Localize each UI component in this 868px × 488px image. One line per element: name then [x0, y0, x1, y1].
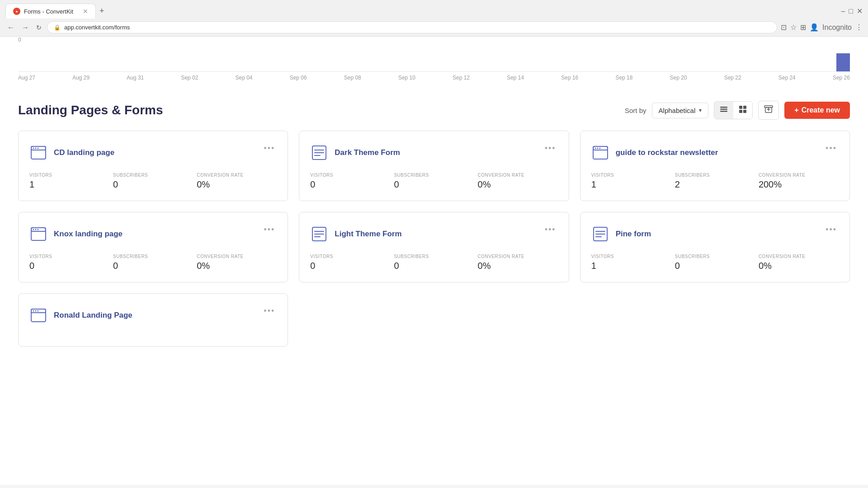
- svg-point-22: [599, 148, 600, 149]
- card-title-row: Pine form: [591, 225, 651, 243]
- form-icon: [310, 144, 328, 162]
- visitors-value: 0: [310, 261, 390, 271]
- visitors-label: VISITORS: [591, 254, 671, 259]
- card-menu-button[interactable]: •••: [824, 225, 839, 235]
- card-menu-button[interactable]: •••: [262, 306, 277, 316]
- page-content: 0 Aug 27 Aug 29 Aug 31 Sep 02 Sep 04 Sep…: [0, 37, 868, 485]
- card-stats: VISITORS 0 SUBSCRIBERS 0 CONVERSION RATE…: [310, 254, 557, 271]
- visitors-value: 0: [29, 261, 109, 271]
- visitors-label: VISITORS: [591, 173, 671, 178]
- svg-point-38: [33, 310, 34, 312]
- svg-rect-0: [720, 107, 727, 108]
- card-ronald-landing-page[interactable]: Ronald Landing Page •••: [18, 293, 288, 347]
- svg-rect-4: [743, 106, 746, 109]
- x-label-sep06: Sep 06: [290, 75, 307, 81]
- plus-icon: +: [794, 106, 798, 114]
- conversion-label: CONVERSION RATE: [478, 173, 558, 178]
- sort-dropdown[interactable]: Alphabetical ▾: [652, 103, 709, 118]
- more-options-icon[interactable]: ⋮: [855, 23, 863, 32]
- minimize-button[interactable]: –: [841, 7, 845, 15]
- card-stats: VISITORS 0 SUBSCRIBERS 0 CONVERSION RATE…: [310, 173, 557, 190]
- address-bar[interactable]: 🔒 app.convertkit.com/forms: [47, 21, 777, 33]
- incognito-label: Incognito: [822, 23, 852, 32]
- svg-point-26: [35, 229, 37, 230]
- subscribers-label: SUBSCRIBERS: [394, 254, 474, 259]
- svg-point-13: [38, 148, 39, 149]
- browser-chrome: ● Forms - ConvertKit ✕ + – □ ✕ ← → ↻ 🔒 a…: [0, 0, 868, 37]
- conversion-label: CONVERSION RATE: [759, 173, 839, 178]
- card-stats: VISITORS 1 SUBSCRIBERS 2 CONVERSION RATE…: [591, 173, 839, 190]
- landing-page-icon: [29, 225, 47, 243]
- archive-button[interactable]: [758, 101, 779, 120]
- tab-close-button[interactable]: ✕: [83, 8, 88, 15]
- card-pine-form[interactable]: Pine form ••• VISITORS 1 SUBSCRIBERS 0 C…: [580, 212, 850, 282]
- view-toggle: [714, 101, 753, 119]
- conversion-value: 0%: [197, 261, 277, 271]
- maximize-button[interactable]: □: [849, 7, 853, 15]
- x-label-aug31: Aug 31: [127, 75, 144, 81]
- close-button[interactable]: ✕: [857, 7, 863, 15]
- card-guide-to-rockstar[interactable]: guide to rockstar newsletter ••• VISITOR…: [580, 131, 850, 201]
- card-menu-button[interactable]: •••: [543, 225, 558, 235]
- card-header: guide to rockstar newsletter •••: [591, 144, 839, 162]
- subscribers-stat: SUBSCRIBERS 0: [394, 254, 474, 271]
- chart-y-axis-zero: 0: [18, 37, 850, 45]
- svg-point-21: [597, 148, 598, 149]
- cards-grid: CD landing page ••• VISITORS 1 SUBSCRIBE…: [18, 131, 850, 282]
- list-view-button[interactable]: [714, 102, 733, 119]
- sort-value: Alphabetical: [659, 107, 696, 114]
- back-button[interactable]: ←: [5, 22, 16, 33]
- tab-favicon: ●: [13, 8, 20, 15]
- form-icon: [310, 225, 328, 243]
- bookmark-icon[interactable]: ☆: [790, 23, 797, 32]
- page-title: Landing Pages & Forms: [18, 103, 163, 117]
- card-dark-theme-form[interactable]: Dark Theme Form ••• VISITORS 0 SUBSCRIBE…: [299, 131, 569, 201]
- conversion-value: 0%: [478, 179, 558, 190]
- subscribers-value: 0: [113, 261, 193, 271]
- window-controls: – □ ✕: [841, 7, 863, 15]
- cast-icon[interactable]: ⊡: [781, 23, 787, 32]
- card-menu-button[interactable]: •••: [543, 144, 558, 153]
- landing-page-icon: [29, 306, 47, 324]
- visitors-value: 1: [29, 179, 109, 190]
- card-menu-button[interactable]: •••: [824, 144, 839, 153]
- card-title-row: Knox landing page: [29, 225, 123, 243]
- browser-tab[interactable]: ● Forms - ConvertKit ✕: [5, 4, 96, 19]
- profile-extensions-icon[interactable]: ⊞: [800, 23, 806, 32]
- card-knox-landing-page[interactable]: Knox landing page ••• VISITORS 0 SUBSCRI…: [18, 212, 288, 282]
- refresh-button[interactable]: ↻: [34, 22, 43, 33]
- visitors-label: VISITORS: [310, 254, 390, 259]
- card-menu-button[interactable]: •••: [262, 225, 277, 235]
- x-label-aug27: Aug 27: [18, 75, 35, 81]
- card-name: guide to rockstar newsletter: [616, 148, 718, 158]
- forward-button[interactable]: →: [20, 22, 31, 33]
- create-new-button[interactable]: + Create new: [784, 102, 850, 119]
- svg-point-39: [35, 310, 37, 312]
- card-name: Light Theme Form: [335, 229, 401, 239]
- bottom-row: Ronald Landing Page •••: [18, 293, 850, 347]
- card-cd-landing-page[interactable]: CD landing page ••• VISITORS 1 SUBSCRIBE…: [18, 131, 288, 201]
- x-label-sep22: Sep 22: [724, 75, 741, 81]
- conversion-value: 0%: [759, 261, 839, 271]
- x-label-sep24: Sep 24: [778, 75, 796, 81]
- conversion-value: 200%: [759, 179, 839, 190]
- svg-rect-2: [720, 111, 727, 112]
- card-stats: VISITORS 1 SUBSCRIBERS 0 CONVERSION RATE…: [591, 254, 839, 271]
- subscribers-value: 2: [675, 179, 755, 190]
- card-header: CD landing page •••: [29, 144, 277, 162]
- landing-page-icon: [29, 144, 47, 162]
- visitors-label: VISITORS: [29, 254, 109, 259]
- x-label-sep16: Sep 16: [561, 75, 578, 81]
- visitors-stat: VISITORS 0: [29, 254, 109, 271]
- conversion-stat: CONVERSION RATE 0%: [197, 173, 277, 190]
- url-text: app.convertkit.com/forms: [64, 24, 130, 31]
- visitors-stat: VISITORS 0: [310, 254, 390, 271]
- card-light-theme-form[interactable]: Light Theme Form ••• VISITORS 0 SUBSCRIB…: [299, 212, 569, 282]
- conversion-label: CONVERSION RATE: [197, 254, 277, 259]
- new-tab-button[interactable]: +: [99, 6, 104, 16]
- grid-view-button[interactable]: [733, 102, 752, 119]
- svg-point-27: [38, 229, 39, 230]
- card-menu-button[interactable]: •••: [262, 144, 277, 153]
- card-header: Dark Theme Form •••: [310, 144, 557, 162]
- card-title-row: Dark Theme Form: [310, 144, 400, 162]
